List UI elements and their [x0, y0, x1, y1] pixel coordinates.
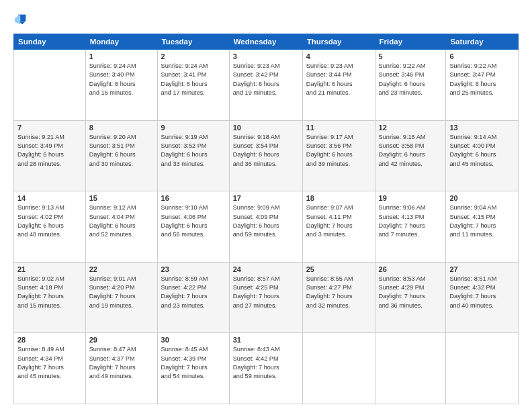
day-info: Sunrise: 9:09 AM Sunset: 4:09 PM Dayligh… [233, 203, 299, 239]
day-info: Sunrise: 9:18 AM Sunset: 3:54 PM Dayligh… [233, 133, 299, 169]
day-info: Sunrise: 9:12 AM Sunset: 4:04 PM Dayligh… [89, 203, 154, 239]
day-info: Sunrise: 8:53 AM Sunset: 4:29 PM Dayligh… [379, 275, 443, 310]
day-info: Sunrise: 8:57 AM Sunset: 4:25 PM Dayligh… [233, 275, 299, 310]
day-number: 27 [449, 265, 515, 273]
calendar-cell: 16Sunrise: 9:10 AM Sunset: 4:06 PM Dayli… [157, 191, 229, 263]
day-info: Sunrise: 8:51 AM Sunset: 4:32 PM Dayligh… [449, 275, 515, 310]
calendar-cell: 8Sunrise: 9:20 AM Sunset: 3:51 PM Daylig… [85, 120, 157, 191]
calendar-cell [302, 333, 375, 404]
calendar-week-2: 7Sunrise: 9:21 AM Sunset: 3:49 PM Daylig… [14, 120, 519, 191]
calendar-cell: 14Sunrise: 9:13 AM Sunset: 4:02 PM Dayli… [14, 191, 86, 263]
calendar-cell: 30Sunrise: 8:45 AM Sunset: 4:39 PM Dayli… [157, 333, 229, 404]
day-info: Sunrise: 8:59 AM Sunset: 4:22 PM Dayligh… [161, 275, 226, 310]
calendar-cell: 13Sunrise: 9:14 AM Sunset: 4:00 PM Dayli… [446, 120, 519, 191]
day-number: 31 [233, 336, 299, 344]
calendar-cell: 19Sunrise: 9:06 AM Sunset: 4:13 PM Dayli… [375, 191, 446, 263]
calendar-cell: 12Sunrise: 9:16 AM Sunset: 3:58 PM Dayli… [375, 120, 446, 191]
day-info: Sunrise: 9:02 AM Sunset: 4:18 PM Dayligh… [17, 275, 82, 310]
day-info: Sunrise: 9:13 AM Sunset: 4:02 PM Dayligh… [17, 203, 82, 239]
day-info: Sunrise: 8:43 AM Sunset: 4:42 PM Dayligh… [233, 345, 299, 381]
day-info: Sunrise: 9:06 AM Sunset: 4:13 PM Dayligh… [379, 203, 443, 239]
day-number: 10 [233, 124, 299, 132]
calendar-cell: 27Sunrise: 8:51 AM Sunset: 4:32 PM Dayli… [446, 262, 519, 333]
day-info: Sunrise: 8:45 AM Sunset: 4:39 PM Dayligh… [161, 345, 226, 381]
calendar-cell: 21Sunrise: 9:02 AM Sunset: 4:18 PM Dayli… [14, 262, 86, 333]
day-info: Sunrise: 9:10 AM Sunset: 4:06 PM Dayligh… [161, 203, 226, 239]
weekday-header-row: SundayMondayTuesdayWednesdayThursdayFrid… [14, 34, 519, 50]
day-number: 12 [379, 124, 443, 132]
day-info: Sunrise: 9:01 AM Sunset: 4:20 PM Dayligh… [89, 275, 154, 310]
calendar-cell: 23Sunrise: 8:59 AM Sunset: 4:22 PM Dayli… [157, 262, 229, 333]
calendar-cell: 1Sunrise: 9:24 AM Sunset: 3:40 PM Daylig… [85, 50, 157, 121]
svg-marker-2 [15, 15, 20, 25]
calendar-cell: 3Sunrise: 9:23 AM Sunset: 3:42 PM Daylig… [229, 50, 302, 121]
weekday-header-wednesday: Wednesday [229, 34, 302, 50]
calendar-week-4: 21Sunrise: 9:02 AM Sunset: 4:18 PM Dayli… [14, 262, 519, 333]
day-number: 5 [379, 52, 443, 60]
day-number: 26 [379, 265, 443, 273]
calendar-cell: 11Sunrise: 9:17 AM Sunset: 3:56 PM Dayli… [302, 120, 375, 191]
day-number: 16 [161, 194, 226, 202]
calendar-cell [375, 333, 446, 404]
day-number: 28 [17, 336, 82, 344]
weekday-header-sunday: Sunday [14, 34, 86, 50]
day-number: 8 [89, 124, 154, 132]
calendar-cell: 9Sunrise: 9:19 AM Sunset: 3:52 PM Daylig… [157, 120, 229, 191]
weekday-header-saturday: Saturday [446, 34, 519, 50]
day-number: 23 [161, 265, 226, 273]
calendar-week-1: 1Sunrise: 9:24 AM Sunset: 3:40 PM Daylig… [14, 50, 519, 121]
calendar-cell: 6Sunrise: 9:22 AM Sunset: 3:47 PM Daylig… [446, 50, 519, 121]
calendar-cell: 2Sunrise: 9:24 AM Sunset: 3:41 PM Daylig… [157, 50, 229, 121]
header [13, 12, 519, 27]
calendar-cell: 28Sunrise: 8:49 AM Sunset: 4:34 PM Dayli… [14, 333, 86, 404]
day-number: 24 [233, 265, 299, 273]
calendar-cell: 24Sunrise: 8:57 AM Sunset: 4:25 PM Dayli… [229, 262, 302, 333]
weekday-header-tuesday: Tuesday [157, 34, 229, 50]
calendar-cell: 15Sunrise: 9:12 AM Sunset: 4:04 PM Dayli… [85, 191, 157, 263]
calendar-cell: 7Sunrise: 9:21 AM Sunset: 3:49 PM Daylig… [14, 120, 86, 191]
day-info: Sunrise: 9:22 AM Sunset: 3:47 PM Dayligh… [449, 62, 515, 97]
calendar-week-3: 14Sunrise: 9:13 AM Sunset: 4:02 PM Dayli… [14, 191, 519, 263]
day-number: 1 [89, 52, 154, 60]
calendar-cell: 26Sunrise: 8:53 AM Sunset: 4:29 PM Dayli… [375, 262, 446, 333]
calendar-cell: 17Sunrise: 9:09 AM Sunset: 4:09 PM Dayli… [229, 191, 302, 263]
day-info: Sunrise: 8:49 AM Sunset: 4:34 PM Dayligh… [17, 345, 82, 381]
day-info: Sunrise: 9:23 AM Sunset: 3:42 PM Dayligh… [233, 62, 299, 97]
day-info: Sunrise: 9:04 AM Sunset: 4:15 PM Dayligh… [449, 203, 515, 239]
day-number: 25 [306, 265, 371, 273]
day-number: 7 [17, 124, 82, 132]
day-number: 15 [89, 194, 154, 202]
calendar-cell [446, 333, 519, 404]
calendar-cell: 4Sunrise: 9:23 AM Sunset: 3:44 PM Daylig… [302, 50, 375, 121]
day-number: 9 [161, 124, 226, 132]
day-info: Sunrise: 8:55 AM Sunset: 4:27 PM Dayligh… [306, 275, 371, 310]
day-info: Sunrise: 9:24 AM Sunset: 3:40 PM Dayligh… [89, 62, 154, 97]
day-info: Sunrise: 9:20 AM Sunset: 3:51 PM Dayligh… [89, 133, 154, 169]
day-info: Sunrise: 9:07 AM Sunset: 4:11 PM Dayligh… [306, 203, 371, 239]
day-info: Sunrise: 9:17 AM Sunset: 3:56 PM Dayligh… [306, 133, 371, 169]
day-number: 14 [17, 194, 82, 202]
day-info: Sunrise: 9:16 AM Sunset: 3:58 PM Dayligh… [379, 133, 443, 169]
day-number: 19 [379, 194, 443, 202]
day-info: Sunrise: 9:23 AM Sunset: 3:44 PM Dayligh… [306, 62, 371, 97]
day-number: 22 [89, 265, 154, 273]
calendar-cell: 25Sunrise: 8:55 AM Sunset: 4:27 PM Dayli… [302, 262, 375, 333]
day-info: Sunrise: 9:22 AM Sunset: 3:46 PM Dayligh… [379, 62, 443, 97]
calendar-cell: 10Sunrise: 9:18 AM Sunset: 3:54 PM Dayli… [229, 120, 302, 191]
day-info: Sunrise: 9:14 AM Sunset: 4:00 PM Dayligh… [449, 133, 515, 169]
day-number: 3 [233, 52, 299, 60]
day-info: Sunrise: 8:47 AM Sunset: 4:37 PM Dayligh… [89, 345, 154, 381]
day-info: Sunrise: 9:19 AM Sunset: 3:52 PM Dayligh… [161, 133, 226, 169]
logo-icon [13, 12, 28, 27]
day-number: 17 [233, 194, 299, 202]
calendar-table: SundayMondayTuesdayWednesdayThursdayFrid… [13, 34, 519, 404]
calendar-cell: 20Sunrise: 9:04 AM Sunset: 4:15 PM Dayli… [446, 191, 519, 263]
calendar-cell: 31Sunrise: 8:43 AM Sunset: 4:42 PM Dayli… [229, 333, 302, 404]
weekday-header-friday: Friday [375, 34, 446, 50]
day-number: 18 [306, 194, 371, 202]
day-number: 2 [161, 52, 226, 60]
day-number: 29 [89, 336, 154, 344]
calendar-cell: 29Sunrise: 8:47 AM Sunset: 4:37 PM Dayli… [85, 333, 157, 404]
calendar-cell [14, 50, 86, 121]
day-number: 11 [306, 124, 371, 132]
